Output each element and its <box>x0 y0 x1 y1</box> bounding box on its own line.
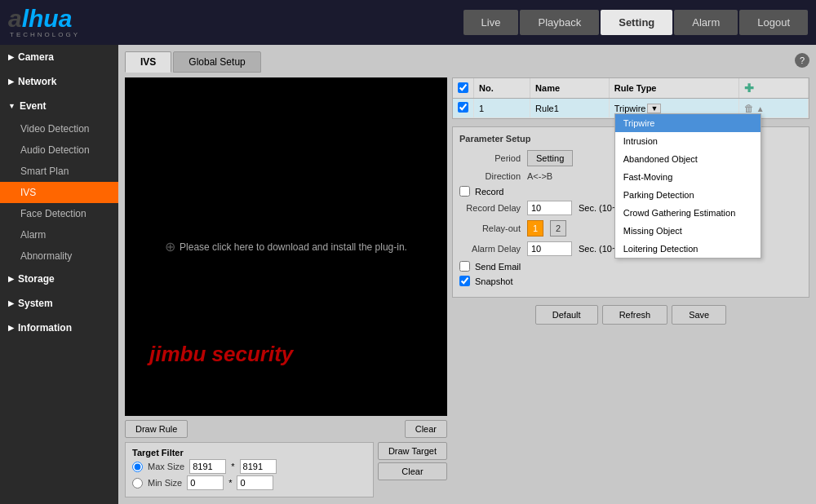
help-icon[interactable]: ? <box>795 53 809 68</box>
dropdown-item-abandoned-object[interactable]: Abandoned Object <box>615 150 761 168</box>
snapshot-checkbox[interactable] <box>459 276 470 286</box>
nav-live[interactable]: Live <box>463 10 519 35</box>
sidebar-label-storage: Storage <box>18 273 55 285</box>
max-size-radio[interactable] <box>132 462 143 472</box>
content-area: IVS Global Setup ? ⊕ Please click here t… <box>118 45 816 504</box>
sidebar-item-abnormality[interactable]: Abnormality <box>0 245 118 267</box>
arrow-icon-network: ▶ <box>8 77 14 86</box>
sidebar-label-event: Event <box>20 100 47 112</box>
row-checkbox-cell <box>453 99 474 118</box>
send-email-label: Send Email <box>475 262 521 272</box>
sidebar-item-audio-detection[interactable]: Audio Detection <box>0 139 118 161</box>
tab-ivs[interactable]: IVS <box>125 51 171 73</box>
add-rule-icon[interactable]: ✚ <box>744 82 754 95</box>
th-name: Name <box>530 78 610 99</box>
logo-tagline: TECHNOLOGY <box>10 31 80 38</box>
scroll-up-icon[interactable]: ▲ <box>756 104 765 113</box>
footer-buttons: Default Refresh Save <box>452 305 809 325</box>
send-email-checkbox[interactable] <box>459 261 470 272</box>
tab-bar: IVS Global Setup <box>125 51 261 73</box>
dropdown-menu: Tripwire Intrusion Abandoned Object Fast… <box>614 113 761 259</box>
default-button[interactable]: Default <box>535 305 598 325</box>
snapshot-row: Snapshot <box>459 276 802 286</box>
relay-btn-1[interactable]: 1 <box>527 220 543 237</box>
dropdown-item-crowd-gathering[interactable]: Crowd Gathering Estimation <box>615 204 761 222</box>
selected-rule-type: Tripwire <box>614 104 646 113</box>
logo-lhua: lhua <box>22 5 73 32</box>
dropdown-item-fast-moving[interactable]: Fast-Moving <box>615 168 761 186</box>
th-actions: ✚ <box>738 78 808 99</box>
sidebar-label-audio-detection: Audio Detection <box>20 144 90 156</box>
relay-btn-2[interactable]: 2 <box>550 220 566 237</box>
nav-setting[interactable]: Setting <box>601 10 672 35</box>
max-size-label: Max Size <box>148 462 184 471</box>
video-panel: ⊕ Please click here to download and inst… <box>125 77 447 497</box>
period-label: Period <box>459 153 521 163</box>
sidebar-item-ivs[interactable]: IVS <box>0 182 118 203</box>
sidebar-item-system[interactable]: ▶ System <box>0 291 118 316</box>
sidebar-item-video-detection[interactable]: Video Detection <box>0 118 118 139</box>
plugin-text: Please click here to download and instal… <box>180 241 407 253</box>
dropdown-item-missing-object[interactable]: Missing Object <box>615 222 761 240</box>
sidebar: ▶ Camera ▶ Network ▼ Event Video Detecti… <box>0 45 118 504</box>
row-rule-type: Tripwire ▼ Tripwire Intrusion Abandoned … <box>609 99 738 118</box>
arrow-icon-storage: ▶ <box>8 275 14 283</box>
row-checkbox[interactable] <box>458 102 468 113</box>
max-size-w-input[interactable]: 8191 <box>189 459 226 474</box>
logo-a: a <box>8 5 22 32</box>
row-name: Rule1 <box>530 99 610 118</box>
arrow-icon-information: ▶ <box>8 324 14 332</box>
logo-container: alhua TECHNOLOGY <box>8 7 80 38</box>
sidebar-item-smart-plan[interactable]: Smart Plan <box>0 161 118 182</box>
logo: alhua TECHNOLOGY <box>8 7 80 38</box>
alarm-delay-input[interactable]: 10 <box>527 241 572 256</box>
sidebar-item-alarm[interactable]: Alarm <box>0 224 118 245</box>
draw-target-button[interactable]: Draw Target <box>378 442 447 460</box>
nav-playback[interactable]: Playback <box>520 10 599 35</box>
refresh-button[interactable]: Refresh <box>602 305 668 325</box>
rule-table-area: No. Name Rule Type ✚ 1 <box>452 77 809 119</box>
draw-rule-button[interactable]: Draw Rule <box>125 420 188 438</box>
min-size-h-input[interactable]: 0 <box>237 475 273 490</box>
sidebar-item-face-detection[interactable]: Face Detection <box>0 203 118 224</box>
save-button[interactable]: Save <box>672 305 726 325</box>
nav-alarm[interactable]: Alarm <box>674 10 738 35</box>
period-setting-button[interactable]: Setting <box>527 150 573 166</box>
sidebar-label-abnormality: Abnormality <box>20 250 72 262</box>
sidebar-item-storage[interactable]: ▶ Storage <box>0 267 118 291</box>
clear-button-2[interactable]: Clear <box>378 462 447 480</box>
nav-logout[interactable]: Logout <box>739 10 808 35</box>
tab-header: IVS Global Setup ? <box>125 51 809 73</box>
logo-text: alhua <box>8 7 72 31</box>
record-delay-input[interactable]: 10 <box>527 201 572 215</box>
th-rule-type: Rule Type <box>609 78 738 99</box>
delete-rule-icon[interactable]: 🗑 <box>744 103 754 114</box>
clear-button-1[interactable]: Clear <box>405 420 447 438</box>
min-size-radio[interactable] <box>132 478 143 489</box>
dropdown-item-tripwire[interactable]: Tripwire <box>615 114 761 132</box>
dropdown-item-loitering-detection[interactable]: Loitering Detection <box>615 240 761 258</box>
sidebar-item-camera[interactable]: ▶ Camera <box>0 45 118 69</box>
right-panel: No. Name Rule Type ✚ 1 <box>452 77 809 497</box>
sidebar-label-smart-plan: Smart Plan <box>20 166 69 177</box>
sidebar-label-network: Network <box>18 76 56 87</box>
plugin-message[interactable]: ⊕ Please click here to download and inst… <box>165 239 407 254</box>
dropdown-item-parking-detection[interactable]: Parking Detection <box>615 186 761 204</box>
dropdown-item-intrusion[interactable]: Intrusion <box>615 132 761 150</box>
header-checkbox[interactable] <box>458 82 468 93</box>
sidebar-label-system: System <box>18 298 53 309</box>
sidebar-item-event[interactable]: ▼ Event <box>0 94 118 118</box>
record-checkbox[interactable] <box>459 186 470 197</box>
size-separator-1: * <box>231 462 234 471</box>
sidebar-item-information[interactable]: ▶ Information <box>0 316 118 340</box>
sidebar-label-video-detection: Video Detection <box>20 123 90 135</box>
sidebar-label-face-detection: Face Detection <box>20 208 86 219</box>
max-size-h-input[interactable]: 8191 <box>240 459 277 474</box>
plugin-icon: ⊕ <box>165 239 175 254</box>
sidebar-item-network[interactable]: ▶ Network <box>0 69 118 94</box>
dropdown-trigger[interactable]: Tripwire ▼ <box>614 104 662 113</box>
dropdown-arrow[interactable]: ▼ <box>647 104 661 113</box>
direction-value: A<->B <box>527 171 552 181</box>
tab-global-setup[interactable]: Global Setup <box>173 51 260 73</box>
min-size-w-input[interactable]: 0 <box>187 475 224 490</box>
